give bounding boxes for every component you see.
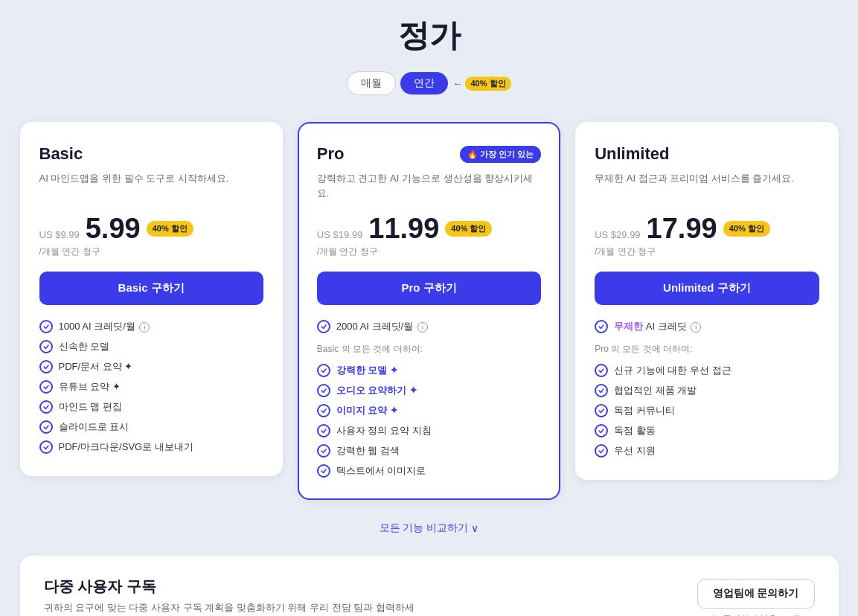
check-icon <box>595 444 608 458</box>
basic-feature-3-text: 유튜브 요약 ✦ <box>59 380 121 394</box>
pro-feature-6-text: 텍스트에서 이미지로 <box>336 464 426 478</box>
basic-feature-1: 신속한 모델 <box>39 340 263 353</box>
check-icon <box>39 440 53 454</box>
basic-features-list: 1000 AI 크레딧/월 i 신속한 모델 PDF/문서 요약 ✦ <box>39 320 263 454</box>
basic-plan-name: Basic <box>39 144 83 164</box>
pro-plan-card: Pro 🔥 가장 인기 있는 강력하고 견고한 AI 기능으로 생산성을 향상시… <box>298 122 560 500</box>
basic-feature-4-text: 마인드 맵 편집 <box>59 400 122 414</box>
pro-feature-5-text: 강력한 웹 검색 <box>336 444 400 458</box>
pro-plan-name: Pro <box>317 144 345 164</box>
basic-feature-0: 1000 AI 크레딧/월 i <box>39 320 263 333</box>
unlimited-feature-1: 신규 기능에 대한 우선 접근 <box>595 364 819 377</box>
pro-price-main: 11.99 <box>368 214 439 243</box>
pro-feature-2-text: 오디오 요약하기 ✦ <box>336 384 417 397</box>
yearly-toggle-button[interactable]: 연간 <box>400 72 448 94</box>
unlimited-plan-name: Unlimited <box>595 144 669 164</box>
check-icon <box>317 404 330 417</box>
basic-feature-5-text: 슬라이드로 표시 <box>59 420 129 434</box>
pro-feature-4: 사용자 정의 요약 지침 <box>317 424 541 437</box>
pro-discount-badge: 40% 할인 <box>445 221 492 237</box>
discount-badge: 40% 할인 <box>465 77 510 91</box>
billing-toggle: 매월 연간 ← 40% 할인 <box>20 71 839 95</box>
plans-grid: Basic AI 마인드맵을 위한 필수 도구로 시작하세요. US $9.99… <box>20 122 839 500</box>
chevron-down-icon: ∨ <box>471 522 478 534</box>
basic-feature-4: 마인드 맵 편집 <box>39 400 263 414</box>
enterprise-title: 다중 사용자 구독 <box>44 577 416 597</box>
pro-feature-1: 강력한 모델 ✦ <box>317 364 541 377</box>
pro-feature-0: 2000 AI 크레딧/월 i <box>317 320 541 333</box>
check-icon <box>595 320 608 333</box>
unlimited-feature-5-text: 우선 지원 <box>614 444 656 458</box>
pro-price-row: US $19.99 11.99 40% 할인 <box>317 214 541 243</box>
unlimited-feature-3: 독점 커뮤니티 <box>595 404 819 417</box>
basic-price-row: US $9.99 5.99 40% 할인 <box>39 214 263 243</box>
enterprise-section: 다중 사용자 구독 귀하의 요구에 맞는 다중 사용자 구독 계획을 맞춤화하기… <box>20 556 839 616</box>
monthly-toggle-button[interactable]: 매월 <box>347 71 396 95</box>
pro-price-original: US $19.99 <box>317 229 362 240</box>
compare-link[interactable]: 모든 기능 비교하기 ∨ <box>380 522 479 535</box>
unlimited-feature-4: 독점 활동 <box>595 424 819 437</box>
page-title: 정가 <box>20 15 839 57</box>
unlimited-price-main: 17.99 <box>647 214 717 243</box>
pro-cta-button[interactable]: Pro 구하기 <box>317 272 541 305</box>
basic-price-original: US $9.99 <box>39 229 80 240</box>
check-icon <box>39 320 53 333</box>
pro-plan-header: Pro 🔥 가장 인기 있는 <box>317 144 541 164</box>
unlimited-features-list: 무제한 AI 크레딧 i Pro 의 모든 것에 더하여: 신규 기능에 대한 … <box>595 320 819 458</box>
check-icon <box>317 384 330 397</box>
unlimited-price-period: /개월 연간 청구 <box>595 246 819 258</box>
unlimited-feature-4-text: 독점 활동 <box>614 424 656 437</box>
pro-features-list: 2000 AI 크레딧/월 i Basic 의 모든 것에 더하여: 강력한 모… <box>317 320 541 478</box>
check-icon <box>595 364 608 377</box>
pro-feature-1-text: 강력한 모델 ✦ <box>336 364 398 377</box>
check-icon <box>595 404 608 417</box>
unlimited-price-row: US $29.99 17.99 40% 할인 <box>595 214 819 243</box>
discount-arrow: ← 40% 할인 <box>452 77 510 91</box>
unlimited-feature-0-text: 무제한 AI 크레딧 i <box>614 320 701 333</box>
enterprise-contact-button[interactable]: 영업팀에 문의하기 <box>697 579 815 609</box>
check-icon <box>39 380 53 394</box>
basic-feature-2: PDF/문서 요약 ✦ <box>39 360 263 373</box>
check-icon <box>39 420 53 434</box>
basic-feature-1-text: 신속한 모델 <box>59 340 110 353</box>
basic-plan-card: Basic AI 마인드맵을 위한 필수 도구로 시작하세요. US $9.99… <box>20 122 283 476</box>
basic-feature-6: PDF/마크다운/SVG로 내보내기 <box>39 440 263 454</box>
popular-badge: 🔥 가장 인기 있는 <box>460 146 541 163</box>
check-icon <box>317 364 330 377</box>
check-icon <box>595 424 608 437</box>
basic-price-main: 5.99 <box>86 214 141 243</box>
pro-feature-0-text: 2000 AI 크레딧/월 i <box>336 320 428 333</box>
unlimited-plan-header: Unlimited <box>595 144 819 164</box>
unlimited-feature-2-text: 협업적인 제품 개발 <box>614 384 697 397</box>
unlimited-feature-2: 협업적인 제품 개발 <box>595 384 819 397</box>
basic-plan-header: Basic <box>39 144 263 164</box>
basic-cta-button[interactable]: Basic 구하기 <box>39 272 263 305</box>
pro-feature-3-text: 이미지 요약 ✦ <box>336 404 398 417</box>
pro-feature-3: 이미지 요약 ✦ <box>317 404 541 417</box>
unlimited-plan-card: Unlimited 무제한 AI 접근과 프리미엄 서비스를 즐기세요. US … <box>575 122 838 480</box>
enterprise-left: 다중 사용자 구독 귀하의 요구에 맞는 다중 사용자 구독 계획을 맞춤화하기… <box>44 577 416 616</box>
unlimited-discount-badge: 40% 할인 <box>723 221 770 237</box>
info-icon-0[interactable]: i <box>139 322 150 333</box>
page-wrapper: 정가 매월 연간 ← 40% 할인 Basic AI 마인드맵을 위한 필수 도… <box>20 15 839 616</box>
basic-price-period: /개월 연간 청구 <box>39 246 263 258</box>
check-icon <box>39 360 53 373</box>
unlimited-feature-0: 무제한 AI 크레딧 i <box>595 320 819 333</box>
check-icon <box>39 400 53 414</box>
unlimited-cta-button[interactable]: Unlimited 구하기 <box>595 272 819 305</box>
enterprise-email: 또는 문의하기 hi@mapify.so <box>702 613 815 616</box>
info-icon-unlimited[interactable]: i <box>691 322 701 333</box>
unlimited-features-prefix: Pro 의 모든 것에 더하여: <box>595 343 819 356</box>
arrow-icon: ← <box>452 78 462 89</box>
pro-plan-description: 강력하고 견고한 AI 기능으로 생산성을 향상시키세요. <box>317 171 541 201</box>
enterprise-right: 영업팀에 문의하기 또는 문의하기 hi@mapify.so <box>697 579 815 616</box>
info-icon-pro[interactable]: i <box>417 322 428 333</box>
unlimited-feature-3-text: 독점 커뮤니티 <box>614 404 675 417</box>
pro-feature-6: 텍스트에서 이미지로 <box>317 464 541 478</box>
check-icon <box>39 340 53 353</box>
pro-features-prefix: Basic 의 모든 것에 더하여: <box>317 343 541 356</box>
unlimited-price-original: US $29.99 <box>595 229 640 240</box>
compare-label: 모든 기능 비교하기 <box>380 522 469 535</box>
basic-feature-3: 유튜브 요약 ✦ <box>39 380 263 394</box>
pro-feature-5: 강력한 웹 검색 <box>317 444 541 458</box>
